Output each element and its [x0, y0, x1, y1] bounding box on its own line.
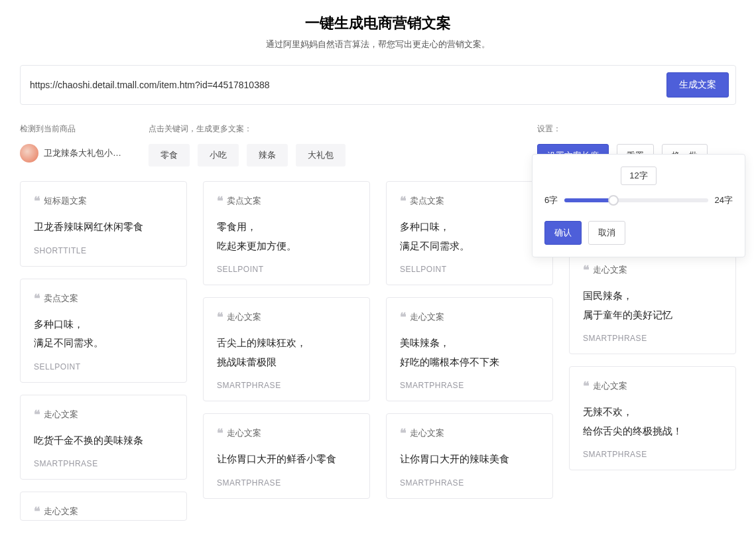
card-type: 卖点文案 [227, 195, 261, 207]
card-type: 短标题文案 [44, 195, 87, 207]
copy-card[interactable]: ❝走心文案 无辣不欢， 给你舌尖的终极挑战！ SMARTPHRASE [569, 366, 736, 470]
card-type: 走心文案 [44, 505, 78, 517]
page-header: 一键生成电商营销文案 通过阿里妈妈自然语言算法，帮您写出更走心的营销文案。 [20, 13, 736, 50]
copy-card[interactable]: ❝走心文案 舌尖上的辣味狂欢， 挑战味蕾极限 SMARTPHRASE [203, 297, 370, 401]
confirm-button[interactable]: 确认 [544, 221, 582, 245]
page-title: 一键生成电商营销文案 [20, 13, 736, 33]
detected-product-label: 检测到当前商品 [20, 123, 133, 135]
quote-icon: ❝ [34, 409, 38, 421]
quote-icon: ❝ [400, 311, 405, 323]
card-body: 国民辣条， 属于童年的美好记忆 [583, 287, 722, 324]
slider-min-label: 6字 [544, 194, 558, 206]
quote-icon: ❝ [400, 195, 405, 207]
card-tag: SMARTPHRASE [583, 450, 722, 459]
quote-icon: ❝ [34, 293, 38, 304]
generate-button[interactable]: 生成文案 [666, 72, 729, 98]
card-body: 多种口味， 满足不同需求。 [400, 218, 539, 255]
input-bar: 生成文案 [20, 65, 736, 105]
card-type: 走心文案 [44, 409, 78, 421]
copy-card[interactable]: ❝走心文案 [20, 492, 187, 521]
copy-card[interactable]: ❝短标题文案 卫龙香辣味网红休闲零食 SHORTTITLE [20, 181, 187, 267]
copy-card[interactable]: ❝走心文案 让你胃口大开的鲜香小零食 SMARTPHRASE [203, 413, 370, 499]
card-body: 美味辣条， 好吃的嘴根本停不下来 [400, 334, 539, 371]
card-body: 零食用， 吃起来更加方便。 [217, 218, 356, 255]
card-type: 走心文案 [410, 311, 444, 323]
card-body: 让你胃口大开的辣味美食 [400, 450, 539, 469]
card-tag: SMARTPHRASE [400, 478, 539, 488]
card-type: 走心文案 [593, 380, 627, 392]
card-type: 卖点文案 [44, 293, 78, 304]
card-body: 舌尖上的辣味狂欢， 挑战味蕾极限 [217, 334, 356, 371]
page-subtitle: 通过阿里妈妈自然语言算法，帮您写出更走心的营销文案。 [20, 38, 736, 50]
settings-label: 设置： [537, 123, 736, 135]
card-body: 卫龙香辣味网红休闲零食 [34, 218, 173, 237]
quote-icon: ❝ [400, 427, 405, 439]
product-thumb-icon [20, 144, 38, 163]
url-input[interactable] [27, 72, 659, 98]
card-type: 走心文案 [593, 264, 627, 276]
keywords-list: 零食 小吃 辣条 大礼包 [149, 144, 521, 167]
keyword-chip[interactable]: 大礼包 [296, 144, 346, 167]
quote-icon: ❝ [34, 195, 38, 207]
card-tag: SMARTPHRASE [217, 381, 356, 390]
quote-icon: ❝ [583, 264, 588, 276]
product-name: 卫龙辣条大礼包小… [44, 147, 121, 159]
quote-icon: ❝ [217, 311, 221, 323]
copy-card[interactable]: ❝卖点文案 多种口味， 满足不同需求。 SELLPOINT [386, 181, 553, 285]
slider-thumb[interactable] [608, 195, 619, 206]
quote-icon: ❝ [217, 427, 221, 439]
card-type: 卖点文案 [410, 195, 444, 207]
slider-fill [564, 198, 613, 202]
keyword-chip[interactable]: 小吃 [198, 144, 239, 167]
card-tag: SMARTPHRASE [400, 381, 539, 390]
card-tag: SMARTPHRASE [217, 478, 356, 488]
length-slider[interactable] [564, 198, 708, 202]
card-tag: SELLPOINT [34, 362, 173, 371]
detected-product[interactable]: 卫龙辣条大礼包小… [20, 144, 133, 163]
keyword-chip[interactable]: 辣条 [247, 144, 288, 167]
card-type: 走心文案 [227, 427, 261, 439]
keyword-chip[interactable]: 零食 [149, 144, 190, 167]
card-type: 走心文案 [410, 427, 444, 439]
copy-card[interactable]: ❝卖点文案 零食用， 吃起来更加方便。 SELLPOINT [203, 181, 370, 285]
copy-card[interactable]: ❝走心文案 美味辣条， 好吃的嘴根本停不下来 SMARTPHRASE [386, 297, 553, 401]
card-tag: SELLPOINT [400, 265, 539, 274]
copy-card[interactable]: ❝卖点文案 多种口味， 满足不同需求。 SELLPOINT [20, 279, 187, 383]
quote-icon: ❝ [34, 505, 38, 517]
quote-icon: ❝ [583, 380, 588, 392]
card-tag: SHORTTITLE [34, 246, 173, 255]
quote-icon: ❝ [217, 195, 221, 207]
card-tag: SMARTPHRASE [583, 334, 722, 343]
card-body: 吃货千金不换的美味辣条 [34, 431, 173, 450]
card-body: 多种口味， 满足不同需求。 [34, 315, 173, 353]
copy-card[interactable]: ❝走心文案 让你胃口大开的辣味美食 SMARTPHRASE [386, 413, 553, 499]
slider-max-label: 24字 [715, 194, 733, 206]
card-tag: SELLPOINT [217, 265, 356, 274]
card-body: 让你胃口大开的鲜香小零食 [217, 450, 356, 469]
copy-card[interactable]: ❝走心文案 吃货千金不换的美味辣条 SMARTPHRASE [20, 395, 187, 480]
card-type: 走心文案 [227, 311, 261, 323]
length-value-badge: 12字 [621, 167, 656, 185]
cancel-button[interactable]: 取消 [588, 221, 625, 245]
keywords-label: 点击关键词，生成更多文案： [149, 123, 521, 135]
card-body: 无辣不欢， 给你舌尖的终极挑战！ [583, 403, 722, 440]
length-popover: 12字 6字 24字 确认 取消 [532, 154, 745, 257]
copy-card[interactable]: ❝走心文案 国民辣条， 属于童年的美好记忆 SMARTPHRASE [569, 250, 736, 354]
card-tag: SMARTPHRASE [34, 459, 173, 468]
